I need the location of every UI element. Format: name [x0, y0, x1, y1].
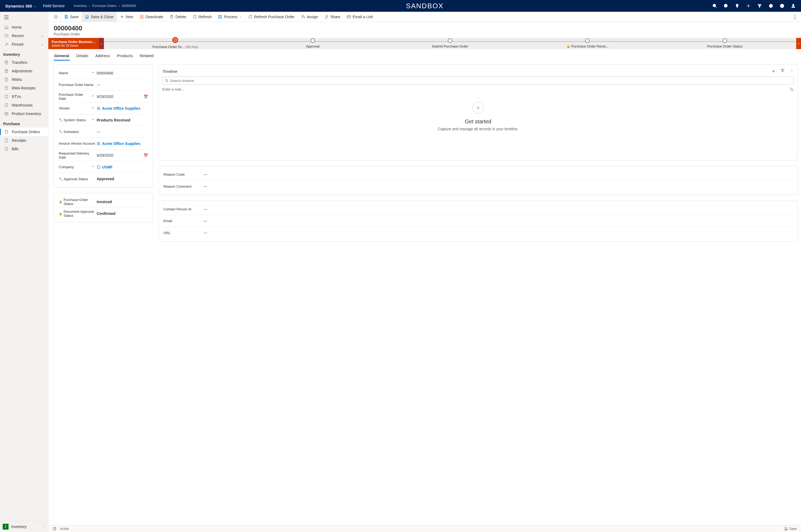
footer-save-button[interactable]: Save: [784, 527, 797, 531]
add-icon[interactable]: +: [772, 68, 775, 75]
calendar-icon[interactable]: 📅: [144, 153, 149, 157]
calendar-icon[interactable]: 📅: [144, 95, 149, 99]
field-po-name[interactable]: Purchase Order Name ---: [58, 79, 149, 91]
empty-plus-icon[interactable]: +: [472, 102, 484, 114]
lock-icon: 🔒: [59, 212, 62, 215]
app-name[interactable]: Field Service: [43, 4, 64, 8]
task-icon[interactable]: [724, 3, 728, 8]
tab-products[interactable]: Products: [116, 52, 133, 61]
footer-save-label: Save: [789, 527, 797, 531]
save-button[interactable]: Save: [61, 12, 82, 22]
process-stage[interactable]: Purchase Order Dr...(32 Hrs): [107, 38, 244, 49]
field-reason-comment[interactable]: Reason Comment ---: [162, 180, 794, 192]
field-vendor[interactable]: Vendor* Acme Office Supplies: [58, 102, 149, 114]
sidebar-item-rtvs[interactable]: RTVs: [0, 92, 48, 101]
form-body[interactable]: Name* 00000400 Purchase Order Name --- P…: [48, 61, 801, 525]
breadcrumb-item[interactable]: Purchase Orders: [92, 4, 116, 8]
breadcrumb-item[interactable]: Inventory: [74, 4, 87, 8]
person-icon[interactable]: [791, 3, 796, 8]
breadcrumb-item[interactable]: 00000400: [122, 4, 136, 8]
sidebar-label: Purchase Orders: [12, 130, 40, 134]
process-stage[interactable]: Submit Purchase Order: [381, 39, 519, 48]
field-contact-person[interactable]: Contact Person Id ---: [162, 204, 794, 215]
sidebar-item-product-inventory[interactable]: Product Inventory: [0, 110, 48, 118]
email-link-button[interactable]: Email a Link: [343, 12, 376, 22]
app-switcher[interactable]: I Inventory ⌃⌄: [0, 521, 48, 532]
document-icon: [4, 86, 8, 90]
filter-icon[interactable]: [780, 68, 785, 75]
more-icon[interactable]: ⋮: [790, 68, 794, 75]
process-stage[interactable]: Approval: [244, 39, 381, 48]
field-po-status[interactable]: 🔒Purchase Order Status Invoiced: [58, 196, 149, 208]
chevron-right-icon: ›: [118, 4, 120, 8]
sidebar-item-warehouses[interactable]: Warehouses: [0, 101, 48, 110]
chevron-down-icon[interactable]: ⌄: [41, 34, 44, 38]
save-close-button[interactable]: Save & Close: [82, 12, 117, 22]
tab-general[interactable]: General: [54, 52, 70, 61]
command-overflow[interactable]: ⋮: [789, 14, 801, 20]
field-substatus[interactable]: 🔧Substatus ---: [58, 126, 149, 138]
refresh-button[interactable]: Refresh: [189, 12, 215, 22]
field-url[interactable]: URL ---: [162, 227, 794, 239]
refresh-po-button[interactable]: Refresh Purchase Order: [245, 12, 298, 22]
delete-button[interactable]: Delete: [166, 12, 189, 22]
stage-circle-icon: [723, 38, 727, 43]
tab-related[interactable]: Related: [139, 52, 154, 61]
assign-button[interactable]: Assign: [298, 12, 321, 22]
help-icon[interactable]: [780, 3, 784, 8]
filter-icon[interactable]: [757, 3, 762, 8]
share-button[interactable]: Share: [321, 12, 343, 22]
sidebar-item-receipts[interactable]: Receipts: [0, 136, 48, 145]
sidebar-item-bills[interactable]: Bills: [0, 145, 48, 153]
sidebar-item-transfers[interactable]: Transfers: [0, 58, 48, 67]
field-label: Purchase Order Date: [59, 93, 91, 101]
sidebar-item-purchase-orders[interactable]: Purchase Orders: [0, 128, 48, 136]
field-company[interactable]: Company* USMF: [58, 161, 149, 173]
field-reason-code[interactable]: Reason Code ---: [162, 169, 794, 180]
field-req-delivery-date[interactable]: Requested Delivery Date 9/29/2020 📅: [58, 150, 149, 161]
gear-icon[interactable]: [768, 3, 773, 8]
attachment-icon[interactable]: 📎: [789, 87, 794, 91]
process-back-button[interactable]: ‹: [99, 38, 104, 49]
process-button[interactable]: Process ⌄: [215, 12, 245, 22]
process-flag[interactable]: Purchase Order Business ... Active for 3…: [48, 38, 99, 49]
field-approval-status[interactable]: 🔧Approval Status Approved: [58, 173, 149, 185]
brand-chevron-icon[interactable]: ⌄: [34, 4, 36, 8]
sidebar-pinned[interactable]: Pinned ⌄: [0, 40, 48, 49]
lightbulb-icon[interactable]: [735, 3, 740, 8]
sidebar-item-rmas[interactable]: RMAs: [0, 75, 48, 84]
sidebar-item-rma-receipts[interactable]: RMA Receipts: [0, 84, 48, 92]
plus-icon[interactable]: [746, 3, 751, 8]
tab-address[interactable]: Address: [95, 52, 111, 61]
field-po-date[interactable]: Purchase Order Date* 9/29/2020 📅: [58, 91, 149, 102]
back-button[interactable]: [51, 12, 61, 22]
field-invoice-vendor[interactable]: Invoice Vendor Account Acme Office Suppl…: [58, 138, 149, 150]
sidebar-item-adjustments[interactable]: Adjustments: [0, 67, 48, 75]
timeline-search[interactable]: [162, 77, 794, 84]
sidebar-label: Product Inventory: [12, 112, 41, 116]
tabs: General Details Address Products Related: [48, 49, 801, 61]
deactivate-button[interactable]: Deactivate: [136, 12, 166, 22]
process-stage[interactable]: Purchase Order Status: [656, 39, 794, 48]
timeline-search-input[interactable]: [170, 79, 791, 83]
sidebar-home[interactable]: Home: [0, 23, 48, 32]
timeline-note-input[interactable]: Enter a note... 📎: [162, 86, 794, 94]
field-doc-approval[interactable]: 🔒Document Approval Status Confirmed: [58, 208, 149, 220]
field-label: Document Approval Status: [63, 210, 95, 217]
brand[interactable]: Dynamics 365: [5, 4, 32, 8]
tab-details[interactable]: Details: [76, 52, 89, 61]
field-name[interactable]: Name* 00000400: [58, 67, 149, 79]
process-forward-button[interactable]: ›: [796, 38, 801, 49]
sidebar-recent[interactable]: Recent ⌄: [0, 32, 48, 40]
chevron-down-icon[interactable]: ⌄: [41, 42, 44, 46]
field-email[interactable]: Email ---: [162, 215, 794, 227]
new-button[interactable]: New: [117, 12, 136, 22]
popout-icon[interactable]: [53, 527, 56, 531]
record-subtitle: Purchase Order: [54, 32, 796, 36]
process-stage[interactable]: 🔒Purchase Order Recei...: [519, 39, 656, 48]
field-system-status[interactable]: 🔧System Status* Products Received: [58, 114, 149, 126]
search-icon[interactable]: [712, 3, 717, 8]
content: Save Save & Close New Deactivate Delete …: [48, 12, 801, 532]
entity-icon: [97, 142, 100, 146]
hamburger-button[interactable]: [0, 12, 48, 23]
